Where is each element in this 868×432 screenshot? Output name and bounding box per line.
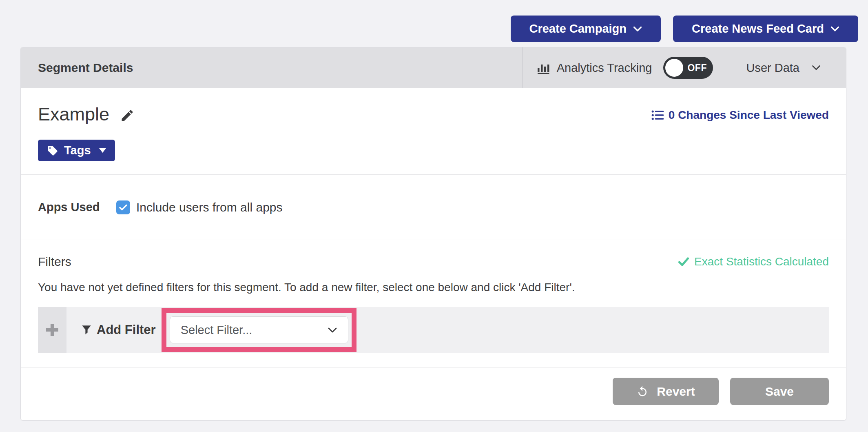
tags-label: Tags <box>64 144 91 157</box>
segment-name: Example <box>38 104 109 125</box>
exact-statistics-status: Exact Statistics Calculated <box>678 255 829 268</box>
save-label: Save <box>765 385 794 399</box>
filters-description: You have not yet defined filters for thi… <box>38 281 829 294</box>
add-filter-row: Add Filter Select Filter... <box>38 307 829 353</box>
revert-button[interactable]: Revert <box>613 378 719 405</box>
apps-used-label: Apps Used <box>38 200 116 214</box>
card-header: Segment Details Analytics Tracking OFF <box>21 47 846 88</box>
rotate-ccw-icon <box>636 385 649 398</box>
analytics-tracking-toggle[interactable]: OFF <box>663 57 713 79</box>
create-news-feed-card-label: Create News Feed Card <box>692 22 824 36</box>
apps-used-section: Apps Used Include users from all apps <box>21 175 846 240</box>
add-filter-label: Add Filter <box>97 323 156 337</box>
create-campaign-button[interactable]: Create Campaign <box>511 16 661 42</box>
pencil-icon[interactable] <box>120 108 135 123</box>
exact-statistics-label: Exact Statistics Calculated <box>694 255 829 268</box>
chevron-down-icon <box>328 327 337 333</box>
plus-icon <box>46 324 58 336</box>
chevron-down-icon <box>633 26 642 32</box>
add-filter-label-group: Add Filter <box>81 307 156 353</box>
include-all-apps-checkbox[interactable]: Include users from all apps <box>116 200 283 214</box>
changes-link-label: 0 Changes Since Last Viewed <box>669 109 829 122</box>
annotation-highlight-rectangle: Select Filter... <box>162 308 356 352</box>
create-news-feed-card-button[interactable]: Create News Feed Card <box>673 16 858 42</box>
bar-chart-icon <box>536 61 550 75</box>
include-all-apps-label: Include users from all apps <box>136 200 283 214</box>
check-icon <box>678 257 689 266</box>
filter-select-dropdown[interactable]: Select Filter... <box>170 316 348 343</box>
tag-icon <box>47 145 58 156</box>
segment-details-card: Segment Details Analytics Tracking OFF <box>20 47 846 421</box>
analytics-tracking-control: Analytics Tracking OFF <box>522 47 727 88</box>
chevron-down-icon <box>812 65 821 71</box>
filter-select-placeholder: Select Filter... <box>181 323 252 337</box>
list-icon <box>651 110 664 120</box>
caret-down-icon <box>99 148 106 153</box>
changes-since-last-viewed-link[interactable]: 0 Changes Since Last Viewed <box>651 109 829 122</box>
toggle-knob <box>665 59 683 77</box>
tags-button[interactable]: Tags <box>38 140 115 161</box>
page-title: Segment Details <box>38 61 522 75</box>
title-section: Example 0 Changes Since Last Viewed <box>21 88 846 175</box>
toggle-state-label: OFF <box>687 62 707 73</box>
create-campaign-label: Create Campaign <box>529 22 627 36</box>
checkbox-checked-icon[interactable] <box>116 200 130 214</box>
funnel-icon <box>81 325 92 335</box>
save-button[interactable]: Save <box>730 378 829 405</box>
card-footer: Revert Save <box>21 367 846 420</box>
add-filter-plus-button[interactable] <box>38 307 66 353</box>
filters-section: Filters Exact Statistics Calculated You … <box>21 240 846 367</box>
revert-label: Revert <box>657 385 695 399</box>
user-data-dropdown[interactable]: User Data <box>727 47 846 88</box>
top-action-bar: Create Campaign Create News Feed Card <box>511 16 858 42</box>
user-data-label: User Data <box>746 61 799 75</box>
chevron-down-icon <box>830 26 839 32</box>
filters-label: Filters <box>38 255 71 269</box>
analytics-tracking-label: Analytics Tracking <box>557 61 652 75</box>
